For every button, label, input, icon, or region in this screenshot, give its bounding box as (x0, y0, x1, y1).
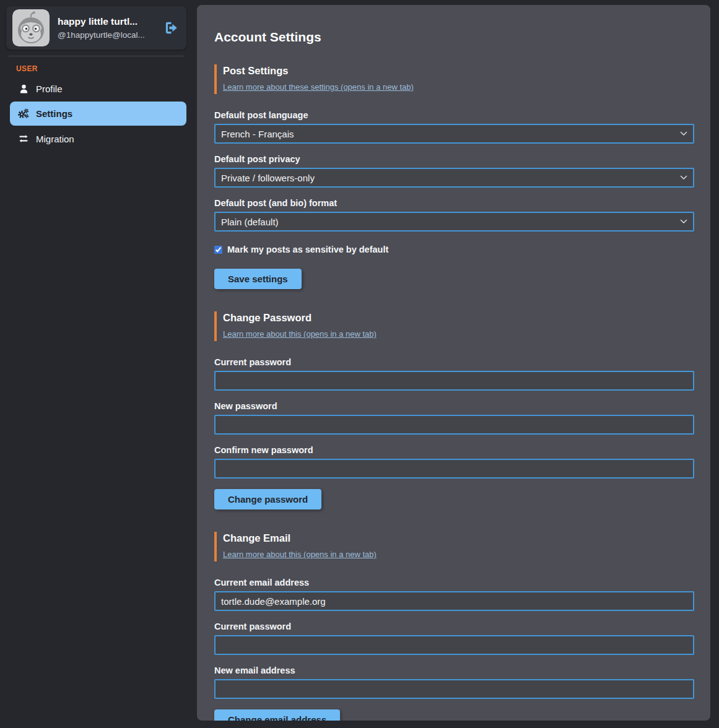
save-settings-button[interactable]: Save settings (214, 269, 302, 289)
sidebar-item-settings[interactable]: Settings (10, 102, 186, 126)
section-title: Change Email (223, 532, 694, 544)
change-password-section: Change Password Learn more about this (o… (214, 311, 694, 509)
sidebar-item-migration[interactable]: Migration (10, 128, 186, 150)
section-title: Change Password (223, 312, 694, 324)
new-password-input[interactable] (214, 415, 694, 435)
checkbox-label: Mark my posts as sensitive by default (227, 245, 388, 254)
field-label: Current password (214, 357, 694, 367)
current-email-input[interactable] (214, 591, 694, 611)
current-password-input[interactable] (214, 371, 694, 391)
confirm-new-password-field: Confirm new password (214, 445, 694, 479)
user-handle: @1happyturtle@local... (58, 30, 154, 40)
field-label: New email address (214, 665, 694, 675)
email-current-password-field: Current password (214, 622, 694, 655)
current-email-field: Current email address (214, 578, 694, 611)
page-title: Account Settings (214, 30, 694, 45)
gears-icon (17, 107, 30, 120)
user-icon (17, 84, 30, 94)
default-post-format-field: Default post (and bio) format Plain (def… (214, 198, 694, 232)
sign-out-icon (163, 20, 179, 36)
sensitive-by-default-checkbox[interactable] (214, 246, 222, 254)
sidebar-divider (9, 56, 184, 56)
change-password-button[interactable]: Change password (214, 489, 321, 509)
sloth-avatar (12, 9, 50, 46)
sidebar-item-label: Migration (36, 134, 74, 144)
default-post-privacy-select[interactable]: Private / followers-only (214, 168, 694, 188)
user-card: happy little turtl... @1happyturtle@loca… (6, 6, 186, 50)
field-label: Default post (and bio) format (214, 198, 694, 208)
user-names: happy little turtl... @1happyturtle@loca… (58, 16, 154, 40)
display-name: happy little turtl... (58, 16, 154, 27)
learn-more-link[interactable]: Learn more about this (opens in a new ta… (223, 550, 377, 559)
sensitive-by-default-row: Mark my posts as sensitive by default (214, 245, 694, 254)
new-email-input[interactable] (214, 679, 694, 699)
email-current-password-input[interactable] (214, 635, 694, 655)
sidebar-item-label: Profile (36, 84, 63, 94)
account-settings-panel: Account Settings Post Settings Learn mor… (197, 5, 710, 721)
post-settings-header: Post Settings Learn more about these set… (214, 64, 694, 94)
section-title: Post Settings (223, 65, 694, 77)
logout-button[interactable] (162, 19, 180, 37)
sidebar-item-profile[interactable]: Profile (10, 78, 186, 100)
default-post-format-select[interactable]: Plain (default) (214, 212, 694, 232)
change-email-section: Change Email Learn more about this (open… (214, 532, 694, 721)
sidebar-item-label: Settings (36, 108, 72, 119)
change-password-header: Change Password Learn more about this (o… (214, 311, 694, 341)
current-password-field: Current password (214, 357, 694, 391)
field-label: New password (214, 401, 694, 411)
new-password-field: New password (214, 401, 694, 435)
transfer-arrows-icon (17, 133, 30, 144)
confirm-new-password-input[interactable] (214, 459, 694, 479)
field-label: Confirm new password (214, 445, 694, 455)
default-post-privacy-field: Default post privacy Private / followers… (214, 154, 694, 188)
field-label: Current email address (214, 578, 694, 587)
default-post-language-field: Default post language French - Français (214, 110, 694, 144)
field-label: Current password (214, 622, 694, 631)
sidebar: happy little turtl... @1happyturtle@loca… (0, 0, 186, 728)
learn-more-link[interactable]: Learn more about this (opens in a new ta… (223, 329, 377, 339)
change-email-header: Change Email Learn more about this (open… (214, 532, 694, 561)
sidebar-section-label: USER (16, 64, 186, 73)
sidebar-nav: Profile Settings (10, 78, 186, 150)
post-settings-section: Post Settings Learn more about these set… (214, 64, 694, 289)
field-label: Default post language (214, 110, 694, 120)
default-post-language-select[interactable]: French - Français (214, 124, 694, 144)
field-label: Default post privacy (214, 154, 694, 164)
learn-more-link[interactable]: Learn more about these settings (opens i… (223, 82, 414, 92)
change-email-button[interactable]: Change email address (214, 709, 340, 721)
new-email-field: New email address (214, 665, 694, 699)
